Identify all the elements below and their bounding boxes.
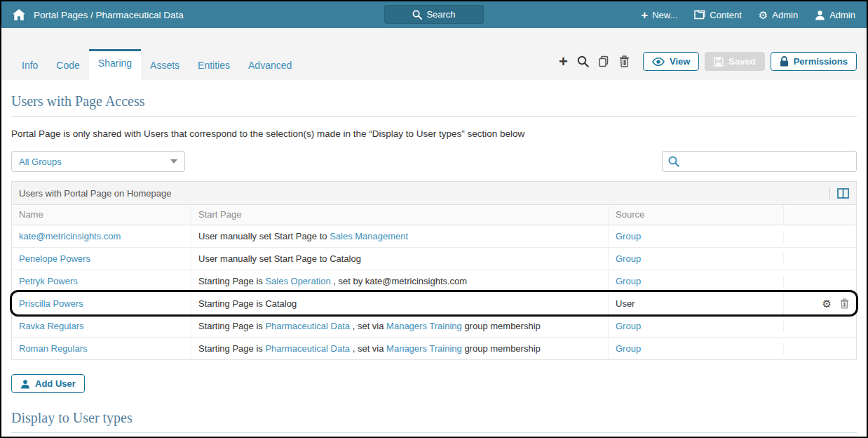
breadcrumb: Portal Pages / Pharmaceutical Data xyxy=(34,10,184,20)
source-cell: User xyxy=(608,293,783,314)
plus-icon: + xyxy=(641,9,648,21)
start-page-text: Starting Page is xyxy=(198,321,265,331)
view-button[interactable]: View xyxy=(643,52,699,71)
start-page-text: Starting Page is xyxy=(198,276,265,286)
table-titlebar: Users with Portal Page on Homepage xyxy=(12,182,856,205)
user-name-link[interactable]: Priscilla Powers xyxy=(19,298,83,309)
source-link[interactable]: Group xyxy=(616,276,641,286)
floppy-icon xyxy=(714,57,724,67)
user-name-link[interactable]: kate@metricinsights.com xyxy=(19,231,121,241)
user-name-link[interactable]: Petryk Powers xyxy=(19,276,78,286)
access-description: Portal Page is only shared with Users th… xyxy=(11,128,857,139)
saved-button[interactable]: Saved xyxy=(705,52,764,71)
gear-icon[interactable]: ⚙ xyxy=(822,298,832,309)
table-row: kate@metricinsights.com User manually se… xyxy=(12,225,856,247)
new-button[interactable]: + New... xyxy=(641,9,677,21)
user-menu[interactable]: Admin xyxy=(815,10,855,20)
tab-strip: Info Code Sharing Assets Entities Advanc… xyxy=(1,28,867,80)
user-name-link[interactable]: Roman Regulars xyxy=(19,343,88,354)
start-page-link[interactable]: Pharmaceutical Data xyxy=(265,321,350,331)
main-content: Users with Page Access Portal Page is on… xyxy=(1,80,867,438)
row-actions xyxy=(783,231,856,242)
table-header-row: Name Start Page Source xyxy=(12,205,856,225)
user-icon xyxy=(20,379,30,389)
table-row: Ravka Regulars Starting Page is Pharmace… xyxy=(12,314,856,337)
user-name-link[interactable]: Ravka Regulars xyxy=(19,321,84,331)
row-actions xyxy=(783,343,856,354)
source-link[interactable]: Group xyxy=(616,321,641,331)
source-link[interactable]: Group xyxy=(616,343,641,354)
eye-icon xyxy=(652,58,665,66)
tab-code[interactable]: Code xyxy=(47,49,88,80)
start-page-cell: Starting Page is Sales Operation , set b… xyxy=(191,270,608,292)
col-header-source[interactable]: Source xyxy=(608,205,783,225)
start-page-link[interactable]: Sales Management xyxy=(330,231,408,241)
home-icon[interactable] xyxy=(13,9,25,20)
gear-icon: ⚙ xyxy=(759,10,768,20)
row-actions xyxy=(783,253,856,265)
copy-icon[interactable] xyxy=(598,55,610,67)
start-page-text: User manually set Start Page to Catalog xyxy=(198,253,361,264)
start-page-text: group membership xyxy=(462,343,541,354)
add-icon[interactable]: + xyxy=(559,55,568,69)
admin-menu[interactable]: ⚙ Admin xyxy=(759,10,798,20)
start-page-link[interactable]: Sales Operation xyxy=(265,276,330,286)
search-icon[interactable] xyxy=(577,55,589,67)
groups-dropdown-value: All Groups xyxy=(19,157,62,167)
start-page-link[interactable]: Managers Training xyxy=(386,321,462,331)
table-row: Roman Regulars Starting Page is Pharmace… xyxy=(12,337,856,359)
global-search-button[interactable]: Search xyxy=(384,5,484,24)
tab-info[interactable]: Info xyxy=(13,49,47,80)
source-cell: Group xyxy=(608,315,783,337)
content-menu[interactable]: Content xyxy=(694,10,742,20)
tab-assets[interactable]: Assets xyxy=(141,49,189,80)
divider xyxy=(829,187,830,199)
folder-icon xyxy=(694,10,705,20)
user-icon xyxy=(815,10,825,20)
tabs: Info Code Sharing Assets Entities Advanc… xyxy=(13,49,301,80)
source-text: User xyxy=(616,298,635,309)
tab-advanced[interactable]: Advanced xyxy=(239,49,301,80)
start-page-text: User manually set Start Page to xyxy=(198,231,330,241)
tab-sharing[interactable]: Sharing xyxy=(89,49,141,80)
start-page-text: , set by kate@metricinsights.com xyxy=(331,276,468,286)
start-page-link[interactable]: Pharmaceutical Data xyxy=(265,343,350,354)
start-page-cell: Starting Page is Catalog xyxy=(191,293,608,314)
row-actions xyxy=(783,321,856,332)
table-body: kate@metricinsights.com User manually se… xyxy=(12,225,856,359)
search-icon xyxy=(668,156,679,167)
start-page-cell: User manually set Start Page to Sales Ma… xyxy=(191,225,608,247)
permissions-button[interactable]: Permissions xyxy=(771,52,857,71)
section-title-display: Display to User types xyxy=(11,410,857,433)
table-search-box[interactable] xyxy=(662,151,857,172)
trash-icon[interactable] xyxy=(840,298,849,309)
source-link[interactable]: Group xyxy=(616,253,641,264)
table-search-input[interactable] xyxy=(684,157,850,167)
groups-dropdown[interactable]: All Groups xyxy=(11,151,185,172)
start-page-cell: User manually set Start Page to Catalog xyxy=(191,248,608,270)
col-header-start-page[interactable]: Start Page xyxy=(191,205,608,225)
source-link[interactable]: Group xyxy=(616,231,641,241)
add-user-button[interactable]: Add User xyxy=(11,374,85,393)
search-icon xyxy=(412,10,422,20)
lock-icon xyxy=(780,56,789,67)
source-cell: Group xyxy=(608,338,783,359)
start-page-text: Starting Page is Catalog xyxy=(198,298,297,309)
start-page-cell: Starting Page is Pharmaceutical Data , s… xyxy=(191,315,608,337)
table-row: Petryk Powers Starting Page is Sales Ope… xyxy=(12,270,856,292)
user-name-link[interactable]: Penelope Powers xyxy=(19,253,90,264)
table-title: Users with Portal Page on Homepage xyxy=(19,188,172,199)
section-title-access: Users with Page Access xyxy=(11,93,857,117)
col-header-name[interactable]: Name xyxy=(12,205,191,225)
source-cell: Group xyxy=(608,270,783,292)
global-search-label: Search xyxy=(426,9,455,20)
columns-icon[interactable] xyxy=(837,188,849,199)
trash-icon[interactable] xyxy=(619,55,630,67)
table-row: Priscilla Powers Starting Page is Catalo… xyxy=(12,292,856,314)
chevron-down-icon xyxy=(170,159,177,164)
tab-entities[interactable]: Entities xyxy=(189,49,239,80)
start-page-link[interactable]: Managers Training xyxy=(386,343,462,354)
col-header-actions xyxy=(783,205,856,225)
start-page-text: , set via xyxy=(350,321,386,331)
start-page-text: , set via xyxy=(350,343,386,354)
